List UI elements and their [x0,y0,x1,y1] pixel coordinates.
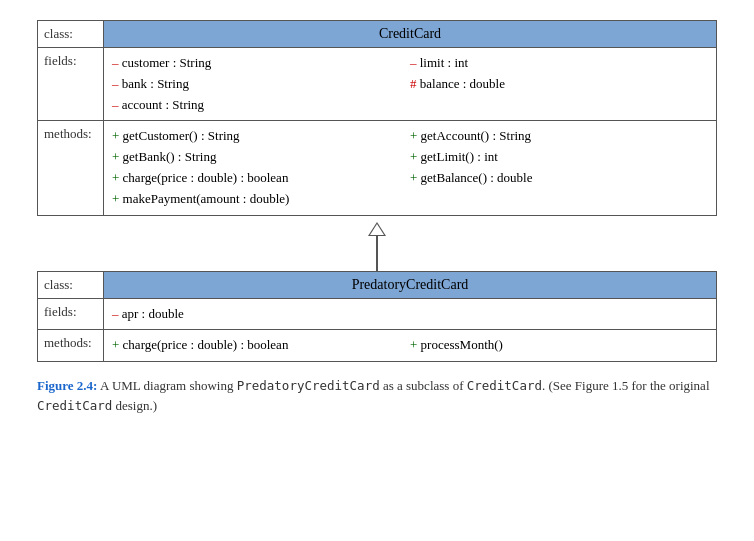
child-methods-col2: + processMonth() [410,335,708,356]
caption-text: A UML diagram showing PredatoryCreditCar… [37,378,710,413]
child-class-name-row: class: PredatoryCreditCard [38,272,716,299]
methods-col2: + getAccount() : String + getLimit() : i… [410,126,708,209]
fields-col2: – limit : int # balance : double [410,53,708,115]
fields-label: fields: [38,48,103,120]
methods-label: methods: [38,121,103,214]
parent-class-box: class: CreditCard fields: – customer : S… [37,20,717,216]
child-class-name: PredatoryCreditCard [103,272,716,298]
class-label: class: [38,21,103,47]
methods-content: + getCustomer() : String + getBank() : S… [103,121,716,214]
inheritance-arrow [369,216,385,271]
child-methods-content: + charge(price : double) : boolean + pro… [103,330,716,361]
child-fields-row: fields: – apr : double [38,299,716,331]
child-methods-label: methods: [38,330,103,361]
child-fields-col1: – apr : double [112,304,708,325]
uml-diagram: class: CreditCard fields: – customer : S… [37,20,717,416]
child-class-label: class: [38,272,103,298]
class-name-row: class: CreditCard [38,21,716,48]
parent-class-name: CreditCard [103,21,716,47]
child-fields-content: – apr : double [103,299,716,330]
child-fields-label: fields: [38,299,103,330]
figure-caption: Figure 2.4: A UML diagram showing Predat… [37,376,717,416]
figure-label: Figure 2.4: [37,378,97,393]
child-class-box: class: PredatoryCreditCard fields: – apr… [37,271,717,363]
child-methods-row: methods: + charge(price : double) : bool… [38,330,716,361]
child-methods-col1: + charge(price : double) : boolean [112,335,410,356]
parent-fields-row: fields: – customer : String – bank : Str… [38,48,716,121]
parent-methods-row: methods: + getCustomer() : String + getB… [38,121,716,214]
fields-content: – customer : String – bank : String – ac… [103,48,716,120]
fields-col1: – customer : String – bank : String – ac… [112,53,410,115]
methods-col1: + getCustomer() : String + getBank() : S… [112,126,410,209]
